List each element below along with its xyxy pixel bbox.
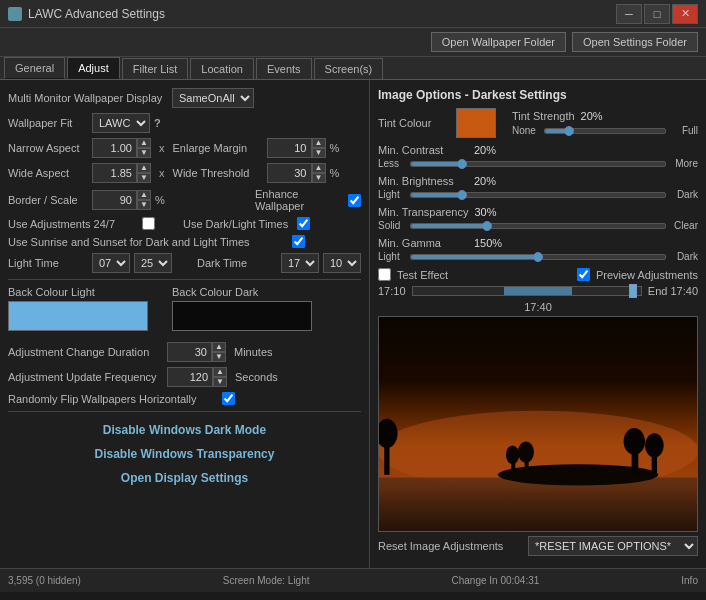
adj-change-dur-down[interactable]: ▼ [212, 352, 226, 362]
brightness-light-label: Light [378, 189, 406, 200]
wide-aspect-input[interactable] [92, 163, 137, 183]
seconds-label: Seconds [235, 371, 278, 383]
adj-update-freq-up[interactable]: ▲ [213, 367, 227, 377]
svg-point-11 [624, 428, 645, 455]
min-contrast-slider-row: Less More [378, 158, 698, 169]
titlebar: LAWC Advanced Settings ─ □ ✕ [0, 0, 706, 28]
tab-events[interactable]: Events [256, 58, 312, 79]
reset-btn-select[interactable]: *RESET IMAGE OPTIONS* [528, 536, 698, 556]
use-sunrise-checkbox[interactable] [292, 235, 305, 248]
enlarge-margin-down[interactable]: ▼ [312, 148, 326, 158]
wallpaper-fit-select[interactable]: LAWC [92, 113, 150, 133]
left-panel: Multi Monitor Wallpaper Display SameOnAl… [0, 80, 370, 568]
narrow-aspect-label: Narrow Aspect [8, 142, 88, 154]
svg-rect-10 [632, 444, 639, 475]
light-time-h-select[interactable]: 07 [92, 253, 130, 273]
maximize-button[interactable]: □ [644, 4, 670, 24]
divider-2 [8, 411, 361, 412]
wallpaper-preview [378, 316, 698, 532]
disable-transparency-link[interactable]: Disable Windows Transparency [8, 442, 361, 466]
reset-row: Reset Image Adjustments *RESET IMAGE OPT… [378, 532, 698, 560]
border-scale-down[interactable]: ▼ [137, 200, 151, 210]
preview-adj-checkbox[interactable] [577, 268, 590, 281]
transparency-slider-track[interactable] [410, 223, 666, 229]
adj-update-freq-input[interactable] [167, 367, 213, 387]
brightness-slider-track[interactable] [410, 192, 666, 198]
enlarge-margin-label: Enlarge Margin [173, 142, 263, 154]
tab-screens[interactable]: Screen(s) [314, 58, 384, 79]
back-colour-light-swatch[interactable] [8, 301, 148, 331]
wide-threshold-label: Wide Threshold [173, 167, 263, 179]
light-time-m-select[interactable]: 25 [134, 253, 172, 273]
disable-dark-mode-link[interactable]: Disable Windows Dark Mode [8, 418, 361, 442]
adj-change-dur-spinner: ▲ ▼ [167, 342, 226, 362]
help-icon[interactable]: ? [154, 117, 161, 129]
adj-update-freq-down[interactable]: ▼ [213, 377, 227, 387]
min-transparency-label: Min. Transparency [378, 206, 468, 218]
svg-point-15 [506, 445, 519, 464]
x-separator-1: x [159, 142, 165, 154]
tint-slider-track[interactable] [544, 128, 666, 134]
multi-monitor-select[interactable]: SameOnAll [172, 88, 254, 108]
tab-filter-list[interactable]: Filter List [122, 58, 189, 79]
narrow-aspect-up[interactable]: ▲ [137, 138, 151, 148]
use-adjustments-checkbox[interactable] [142, 217, 155, 230]
open-wallpaper-folder-button[interactable]: Open Wallpaper Folder [431, 32, 566, 52]
contrast-less-label: Less [378, 158, 406, 169]
tab-location[interactable]: Location [190, 58, 254, 79]
wide-aspect-row: Wide Aspect ▲ ▼ x Wide Threshold ▲ ▼ % [8, 163, 361, 183]
tint-colour-swatch[interactable] [456, 108, 496, 138]
contrast-slider-track[interactable] [410, 161, 666, 167]
trans-solid-label: Solid [378, 220, 406, 231]
wide-aspect-up[interactable]: ▲ [137, 163, 151, 173]
mid-time: 17:40 [378, 301, 698, 313]
back-colour-light-label: Back Colour Light [8, 286, 148, 298]
timeline-track[interactable] [412, 286, 642, 296]
use-adjustments-label: Use Adjustments 24/7 [8, 218, 138, 230]
wide-threshold-up[interactable]: ▲ [312, 163, 326, 173]
min-brightness-label: Min. Brightness [378, 175, 468, 187]
contrast-slider-fill [411, 162, 462, 166]
gamma-slider-track[interactable] [410, 254, 666, 260]
min-brightness-value: 20% [474, 175, 496, 187]
border-scale-input[interactable] [92, 190, 137, 210]
svg-point-3 [498, 464, 659, 485]
wide-threshold-down[interactable]: ▼ [312, 173, 326, 183]
dark-time-m-select[interactable]: 10 [323, 253, 361, 273]
wide-pct: % [330, 167, 371, 179]
open-settings-folder-button[interactable]: Open Settings Folder [572, 32, 698, 52]
use-adjustments-row: Use Adjustments 24/7 Use Dark/Light Time… [8, 217, 361, 230]
wide-threshold-input[interactable] [267, 163, 312, 183]
border-scale-row: Border / Scale ▲ ▼ % Enhance Wallpaper [8, 188, 361, 212]
svg-point-17 [518, 441, 534, 462]
minimize-button[interactable]: ─ [616, 4, 642, 24]
svg-rect-16 [525, 455, 529, 475]
tint-strength-value: 20% [581, 110, 603, 122]
test-effect-group: Test Effect [378, 268, 448, 281]
narrow-aspect-input[interactable] [92, 138, 137, 158]
link-btns: Disable Windows Dark Mode Disable Window… [8, 418, 361, 490]
back-colour-dark-swatch[interactable] [172, 301, 312, 331]
min-contrast-value: 20% [474, 144, 496, 156]
min-contrast-section: Min. Contrast 20% Less More [378, 144, 698, 175]
use-dark-light-checkbox[interactable] [297, 217, 310, 230]
enhance-wallpaper-checkbox[interactable] [348, 194, 361, 207]
flip-checkbox[interactable] [222, 392, 235, 405]
test-effect-checkbox[interactable] [378, 268, 391, 281]
back-colour-light-col: Back Colour Light [8, 286, 148, 331]
close-button[interactable]: ✕ [672, 4, 698, 24]
border-scale-up[interactable]: ▲ [137, 190, 151, 200]
open-display-settings-link[interactable]: Open Display Settings [8, 466, 361, 490]
info-label: Info [681, 575, 698, 586]
enlarge-margin-input[interactable] [267, 138, 312, 158]
adj-change-dur-up[interactable]: ▲ [212, 342, 226, 352]
tab-general[interactable]: General [4, 57, 65, 79]
enlarge-margin-up[interactable]: ▲ [312, 138, 326, 148]
wide-aspect-down[interactable]: ▼ [137, 173, 151, 183]
adj-change-dur-input[interactable] [167, 342, 212, 362]
border-scale-label: Border / Scale [8, 194, 88, 206]
x-separator-2: x [159, 167, 165, 179]
narrow-aspect-down[interactable]: ▼ [137, 148, 151, 158]
tab-adjust[interactable]: Adjust [67, 57, 120, 79]
dark-time-h-select[interactable]: 17 [281, 253, 319, 273]
